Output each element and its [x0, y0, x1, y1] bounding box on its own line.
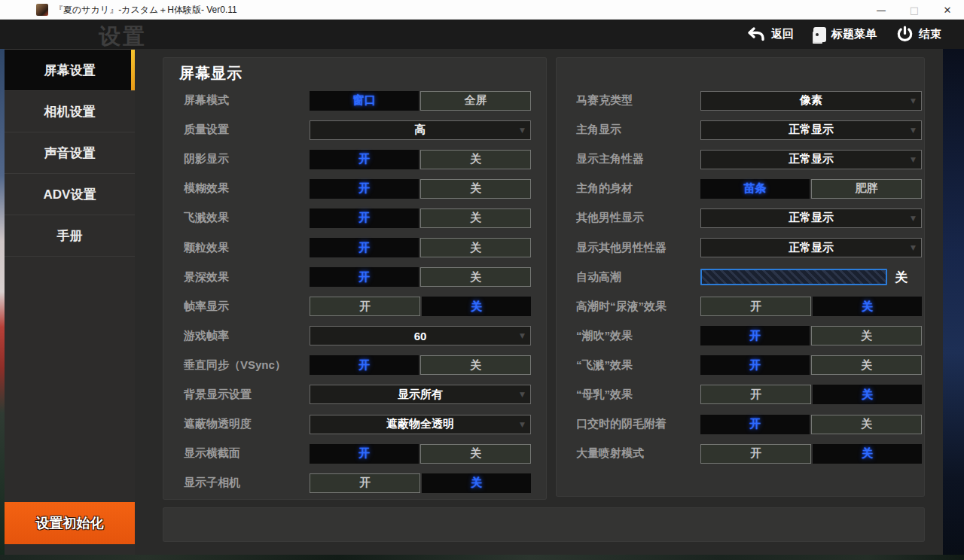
setting-control: 像素▼ [700, 91, 922, 111]
setting-row: 模糊效果开关 [163, 174, 547, 203]
back-button-label: 返回 [771, 27, 794, 41]
toggle-option-unselected[interactable]: 关 [811, 415, 922, 434]
dropdown-select[interactable]: 正常显示▼ [700, 150, 922, 169]
setting-label: 显示主角性器 [576, 152, 700, 166]
toggle-option-selected[interactable]: 苗条 [700, 179, 810, 199]
setting-label: 高潮时“尿液”效果 [576, 300, 700, 314]
toggle-option-selected[interactable]: 开 [310, 267, 419, 287]
dropdown-value: 像素 [800, 93, 822, 108]
maximize-button[interactable]: □ [898, 0, 931, 20]
setting-row: 颗粒效果开关 [163, 233, 547, 262]
bottom-empty-panel [163, 507, 925, 542]
toggle-option-selected[interactable]: 开 [310, 355, 419, 375]
setting-control: 正常显示▼ [700, 238, 922, 257]
dropdown-select[interactable]: 高▼ [310, 120, 531, 140]
back-button[interactable]: 返回 [746, 26, 794, 42]
setting-row: 其他男性显示正常显示▼ [556, 203, 925, 233]
setting-label: 屏幕模式 [184, 93, 310, 108]
setting-control: 正常显示▼ [700, 120, 922, 140]
game-header-bar: 设置 返回 标题菜单 结束 [0, 20, 964, 49]
toggle-option-selected[interactable]: 开 [310, 179, 419, 199]
title-menu-button[interactable]: 标题菜单 [813, 27, 877, 42]
setting-control: 开关 [310, 208, 531, 228]
setting-control: 开关 [310, 179, 531, 199]
close-button[interactable]: ✕ [931, 0, 964, 20]
toggle-option-unselected[interactable]: 关 [420, 208, 531, 228]
auto-climax-slider-track[interactable] [700, 269, 887, 285]
toggle-option-unselected[interactable]: 关 [420, 238, 531, 257]
setting-label: 主角显示 [576, 123, 700, 137]
sidebar-item-2[interactable]: 声音设置 [5, 132, 135, 174]
setting-row: 主角的身材苗条肥胖 [556, 174, 925, 203]
setting-control: 开关 [310, 267, 531, 287]
setting-row: 垂直同步（VSync）开关 [163, 351, 547, 380]
setting-label: 颗粒效果 [184, 241, 310, 255]
toggle-option-selected[interactable]: 开 [700, 326, 810, 345]
setting-control: 开关 [310, 355, 531, 375]
setting-control: 开关 [310, 238, 531, 257]
toggle-option-unselected[interactable]: 开 [700, 444, 811, 464]
settings-reset-button[interactable]: 设置初始化 [5, 502, 135, 544]
setting-control: 显示所有▼ [310, 385, 531, 404]
sidebar-item-0[interactable]: 屏幕设置 [5, 50, 135, 91]
dropdown-select[interactable]: 遮蔽物全透明▼ [310, 415, 531, 434]
toggle-option-unselected[interactable]: 关 [420, 267, 531, 287]
setting-row: 显示子相机开关 [163, 468, 547, 498]
sidebar-item-4[interactable]: 手册 [5, 215, 135, 257]
dropdown-select[interactable]: 正常显示▼ [700, 208, 922, 228]
toggle-option-selected[interactable]: 关 [422, 297, 531, 316]
dropdown-select[interactable]: 正常显示▼ [700, 238, 922, 257]
toggle-option-selected[interactable]: 开 [310, 150, 419, 169]
right-settings-rows: 马赛克类型像素▼主角显示正常显示▼显示主角性器正常显示▼主角的身材苗条肥胖其他男… [556, 86, 925, 468]
toggle-option-selected[interactable]: 窗口 [310, 91, 419, 111]
toggle-option-selected[interactable]: 关 [813, 297, 922, 316]
toggle-option-selected[interactable]: 开 [310, 208, 419, 228]
toggle-option-selected[interactable]: 关 [813, 444, 922, 464]
toggle-option-unselected[interactable]: 肥胖 [811, 179, 922, 199]
setting-label: 大量喷射模式 [576, 446, 700, 461]
setting-label: 景深效果 [184, 270, 310, 285]
toggle-option-selected[interactable]: 关 [813, 385, 922, 404]
toggle-option-unselected[interactable]: 关 [420, 179, 531, 199]
toggle-option-unselected[interactable]: 关 [420, 355, 531, 375]
toggle-option-unselected[interactable]: 开 [310, 297, 420, 316]
dropdown-select[interactable]: 像素▼ [700, 91, 922, 111]
toggle-option-unselected[interactable]: 关 [420, 444, 531, 464]
dropdown-select[interactable]: 正常显示▼ [700, 120, 922, 140]
toggle-option-unselected[interactable]: 关 [811, 326, 922, 345]
sidebar-item-label: 相机设置 [44, 103, 96, 120]
toggle-option-selected[interactable]: 开 [700, 415, 810, 434]
toggle-option-unselected[interactable]: 全屏 [420, 91, 531, 111]
setting-control: 高▼ [310, 120, 531, 140]
toggle-option-unselected[interactable]: 开 [700, 385, 811, 404]
toggle-option-unselected[interactable]: 开 [700, 297, 811, 316]
background-image-bottom-edge [0, 555, 964, 560]
toggle-option-unselected[interactable]: 关 [420, 150, 531, 169]
chevron-down-icon: ▼ [911, 126, 916, 134]
setting-control: 窗口全屏 [310, 91, 531, 111]
dropdown-select[interactable]: 60▼ [310, 326, 531, 345]
toggle-option-selected[interactable]: 关 [422, 473, 531, 493]
toggle-option-selected[interactable]: 开 [700, 355, 810, 375]
toggle-option-selected[interactable]: 开 [310, 444, 419, 464]
setting-label: 垂直同步（VSync） [184, 358, 310, 373]
setting-row: “飞溅”效果开关 [556, 351, 925, 380]
setting-label: 自动高潮 [576, 270, 700, 285]
setting-label: 显示横截面 [184, 446, 310, 461]
sidebar-item-1[interactable]: 相机设置 [5, 91, 135, 132]
app-icon [36, 4, 48, 16]
setting-control: 开关 [700, 355, 922, 375]
dropdown-select[interactable]: 显示所有▼ [310, 385, 531, 404]
toggle-option-selected[interactable]: 开 [310, 238, 419, 257]
minimize-button[interactable]: — [865, 0, 898, 20]
setting-row: 主角显示正常显示▼ [556, 115, 925, 145]
setting-row: 游戏帧率60▼ [163, 321, 547, 351]
setting-row: 马赛克类型像素▼ [556, 86, 925, 115]
sidebar-item-3[interactable]: ADV设置 [5, 174, 135, 215]
toggle-option-unselected[interactable]: 开 [310, 473, 420, 493]
setting-row: 自动高潮关 [556, 263, 925, 292]
quit-button[interactable]: 结束 [896, 26, 941, 43]
left-settings-rows: 屏幕模式窗口全屏质量设置高▼阴影显示开关模糊效果开关飞溅效果开关颗粒效果开关景深… [163, 86, 547, 498]
setting-row: “母乳”效果开关 [556, 380, 925, 409]
toggle-option-unselected[interactable]: 关 [811, 355, 922, 375]
